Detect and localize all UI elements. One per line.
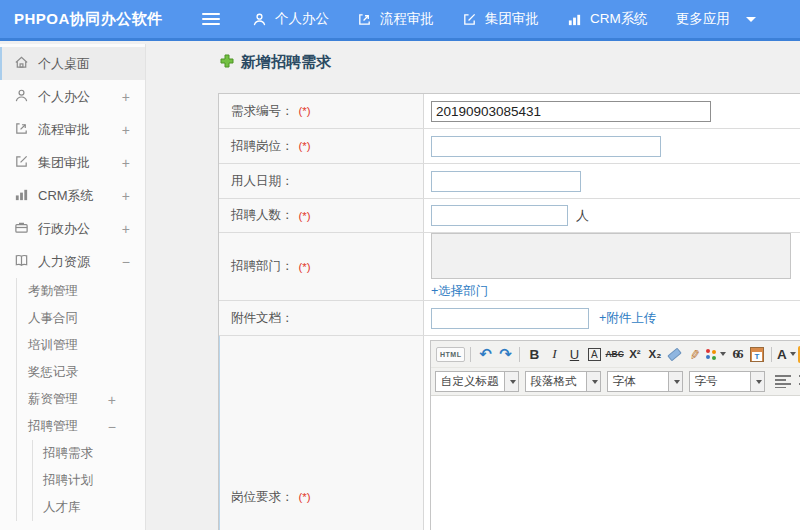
bar-chart-icon [567, 12, 582, 27]
hamburger-menu-icon[interactable] [202, 12, 222, 26]
color-palette-button[interactable] [706, 344, 726, 364]
field-label: 招聘部门： [231, 258, 294, 275]
collapse-icon[interactable]: − [108, 419, 116, 435]
nav-group-approval[interactable]: 集团审批 [462, 10, 539, 28]
required-mark: (*) [299, 105, 311, 117]
sidebar-item-talent-pool[interactable]: 人才库 [33, 494, 145, 521]
blockquote-button[interactable]: 66 [728, 344, 746, 364]
sidebar-item-salary[interactable]: 薪资管理 + [17, 386, 145, 413]
sidebar-item-attendance[interactable]: 考勤管理 [17, 278, 145, 305]
caret-down-icon [790, 352, 796, 356]
add-plus-icon [220, 54, 234, 71]
sidebar-item-recruit-mgmt[interactable]: 招聘管理 − [17, 413, 145, 440]
expand-icon[interactable]: + [122, 122, 130, 138]
nav-crm[interactable]: CRM系统 [567, 10, 648, 28]
caret-down-icon [510, 380, 516, 384]
edit-square-icon [462, 12, 477, 27]
format-brush-button[interactable]: ✎ [686, 344, 704, 364]
sidebar-item-hr-contract[interactable]: 人事合同 [17, 305, 145, 332]
font-color-button[interactable]: A [777, 344, 796, 364]
clipboard-icon: T [750, 347, 764, 362]
select-department-link[interactable]: +选择部门 [431, 283, 488, 300]
html-source-button[interactable]: HTML [436, 347, 465, 362]
nav-process-approval[interactable]: 流程审批 [357, 10, 434, 28]
sidebar-item-process-approval[interactable]: 流程审批 + [0, 113, 145, 146]
nav-more-apps[interactable]: 更多应用 [676, 10, 730, 28]
strikethrough-button[interactable]: ABC [605, 344, 623, 364]
font-size-dropdown[interactable]: 字号 [689, 371, 765, 392]
headcount-input[interactable] [431, 205, 568, 226]
sidebar-item-recruit-plan[interactable]: 招聘计划 [33, 467, 145, 494]
sidebar-item-hr[interactable]: 人力资源 − [0, 245, 145, 278]
form-row-position: 招聘岗位：(*) [219, 129, 800, 164]
recruit-request-form: 需求编号：(*) 招聘岗位：(*) 用人日期： 招聘人数：(*) 人 招聘部门：… [218, 93, 800, 530]
request-no-input[interactable] [431, 101, 711, 122]
editor-toolbar-row1: HTML ↶ ↷ B I U A ABC X² X₂ ✎ [431, 341, 800, 368]
expand-icon[interactable]: + [122, 89, 130, 105]
field-label: 招聘岗位： [231, 138, 294, 155]
editor-content-area[interactable] [431, 396, 800, 530]
field-label: 招聘人数： [231, 207, 294, 224]
top-header: PHPOA协同办公软件 个人办公 流程审批 集团审批 CRM系统 更多应用 [0, 0, 800, 41]
sidebar: 个人桌面 个人办公 + 流程审批 + 集团审批 + CRM系统 + 行政办公 +… [0, 44, 146, 530]
caret-down-icon [592, 380, 598, 384]
position-input[interactable] [431, 136, 661, 157]
bold-button[interactable]: B [525, 344, 543, 364]
rich-text-editor: HTML ↶ ↷ B I U A ABC X² X₂ ✎ [430, 340, 800, 530]
attachment-input[interactable] [431, 308, 589, 329]
expand-icon[interactable]: + [122, 155, 130, 171]
top-nav: 个人办公 流程审批 集团审批 CRM系统 更多应用 [252, 10, 756, 28]
subscript-button[interactable]: X₂ [646, 344, 664, 364]
edit-square-icon [14, 154, 38, 172]
sidebar-item-admin-office[interactable]: 行政办公 + [0, 212, 145, 245]
eraser-icon [668, 347, 682, 361]
home-icon [14, 55, 38, 73]
form-row-headcount: 招聘人数：(*) 人 [219, 199, 800, 233]
form-row-attachment: 附件文档： +附件上传 [219, 301, 800, 336]
main-content: 新增招聘需求 需求编号：(*) 招聘岗位：(*) 用人日期： 招聘人数：(*) … [147, 44, 800, 530]
custom-title-dropdown[interactable]: 自定义标题 [435, 371, 519, 392]
redo-button[interactable]: ↷ [496, 344, 514, 364]
department-textarea[interactable] [431, 233, 791, 279]
sidebar-item-crm[interactable]: CRM系统 + [0, 179, 145, 212]
sidebar-item-desktop[interactable]: 个人桌面 [0, 47, 145, 80]
field-label: 岗位要求： [231, 489, 294, 506]
paste-button[interactable]: T [748, 344, 766, 364]
sidebar-item-training[interactable]: 培训管理 [17, 332, 145, 359]
expand-icon[interactable]: + [108, 392, 116, 408]
field-label: 附件文档： [231, 310, 294, 327]
undo-button[interactable]: ↶ [476, 344, 494, 364]
palette-icon [706, 349, 717, 360]
caret-down-icon [720, 352, 726, 356]
form-row-department: 招聘部门：(*) +选择部门 [219, 233, 800, 301]
italic-button[interactable]: I [545, 344, 563, 364]
font-style-button[interactable]: A [585, 344, 603, 364]
form-row-hire-date: 用人日期： [219, 164, 800, 199]
expand-icon[interactable]: + [122, 221, 130, 237]
process-icon [357, 12, 372, 27]
attachment-upload-link[interactable]: +附件上传 [599, 310, 656, 327]
superscript-button[interactable]: X² [626, 344, 644, 364]
sidebar-hr-submenu: 考勤管理 人事合同 培训管理 奖惩记录 薪资管理 + 招聘管理 − 招聘需求 招… [16, 278, 145, 521]
paragraph-format-dropdown[interactable]: 段落格式 [525, 371, 601, 392]
align-left-button[interactable] [775, 375, 791, 388]
sidebar-item-group-approval[interactable]: 集团审批 + [0, 146, 145, 179]
sidebar-item-personal-office[interactable]: 个人办公 + [0, 80, 145, 113]
underline-button[interactable]: U [565, 344, 583, 364]
sidebar-item-rewards[interactable]: 奖惩记录 [17, 359, 145, 386]
required-mark: (*) [299, 140, 311, 152]
required-mark: (*) [299, 491, 311, 503]
expand-icon[interactable]: + [122, 188, 130, 204]
eraser-button[interactable] [666, 344, 684, 364]
hire-date-input[interactable] [431, 171, 581, 192]
sidebar-item-recruit-request[interactable]: 招聘需求 [33, 440, 145, 467]
collapse-icon[interactable]: − [122, 254, 130, 270]
book-icon [14, 253, 38, 271]
font-family-dropdown[interactable]: 字体 [607, 371, 683, 392]
sidebar-recruit-submenu: 招聘需求 招聘计划 人才库 [32, 440, 145, 521]
caret-down-icon[interactable] [746, 17, 756, 22]
nav-personal-office[interactable]: 个人办公 [252, 10, 329, 28]
page-title: 新增招聘需求 [220, 53, 331, 72]
required-mark: (*) [299, 261, 311, 273]
process-icon [14, 121, 38, 139]
